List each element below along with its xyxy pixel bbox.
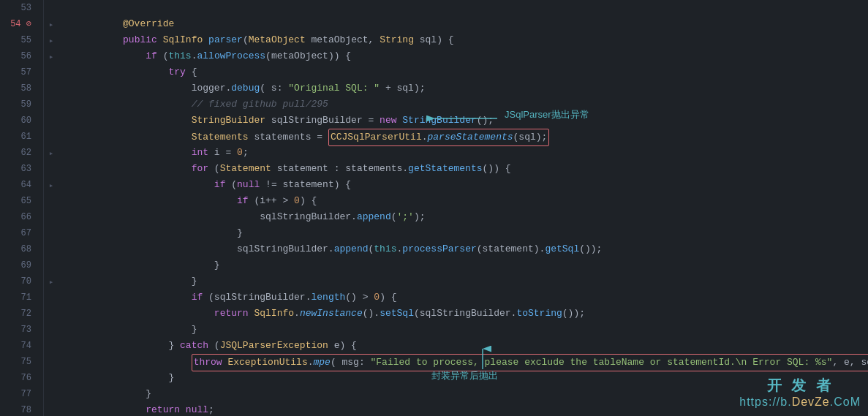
watermark-url: https://b.DevZe.CoM bbox=[739, 396, 861, 409]
code-line-61: int i = 0; bbox=[59, 129, 868, 145]
gutter-64[interactable]: ▸ bbox=[44, 177, 59, 193]
code-line-66: } bbox=[59, 209, 868, 225]
line-num-64: 64 bbox=[0, 177, 37, 193]
code-line-73: } catch (JSQLParserException e) { bbox=[59, 322, 868, 338]
code-line-57: logger.debug( s: "Original SQL: " + sql)… bbox=[59, 64, 868, 80]
code-content: @Override public SqlInfo parser(MetaObje… bbox=[59, 0, 868, 416]
line-num-70: 70 bbox=[0, 273, 37, 290]
gutter-61 bbox=[44, 129, 59, 145]
line-num-77: 77 bbox=[0, 386, 37, 402]
gutter-77 bbox=[44, 386, 59, 402]
line-num-71: 71 bbox=[0, 290, 37, 306]
line-num-56: 56 bbox=[0, 48, 37, 64]
gutter-58 bbox=[44, 80, 59, 97]
code-line-53: @Override bbox=[59, 0, 868, 16]
code-line-75: } bbox=[59, 354, 868, 370]
line-num-73: 73 bbox=[0, 322, 37, 338]
gutter-72 bbox=[44, 306, 59, 322]
gutter-53 bbox=[44, 0, 59, 16]
gutter-59 bbox=[44, 97, 59, 113]
gutter-57 bbox=[44, 64, 59, 80]
jsqlparser-label: JSqlParser抛出异常 bbox=[505, 108, 589, 121]
line-num-63: 63 bbox=[0, 161, 37, 177]
code-line-74: throw ExceptionUtils.mpe( msg: "Failed t… bbox=[59, 338, 868, 354]
line-num-58: 58 bbox=[0, 80, 37, 97]
gutter-60 bbox=[44, 113, 59, 129]
gutter-71 bbox=[44, 290, 59, 306]
gutter-56[interactable]: ▸ bbox=[44, 48, 59, 64]
code-line-56: try { bbox=[59, 48, 868, 64]
code-line-54: public SqlInfo parser(MetaObject metaObj… bbox=[59, 16, 868, 32]
gutter-62[interactable]: ▸ bbox=[44, 145, 59, 161]
line-num-53: 53 bbox=[0, 0, 37, 16]
line-num-78: 78 bbox=[0, 402, 37, 416]
line-num-66: 66 bbox=[0, 209, 37, 225]
line-num-59: 59 bbox=[0, 97, 37, 113]
line-num-55: 55 bbox=[0, 32, 37, 48]
encapsulate-label: 封装异常后抛出 bbox=[431, 369, 498, 382]
line-num-75: 75 bbox=[0, 354, 37, 370]
code-line-60: Statements statements = CCJSqlParserUtil… bbox=[59, 113, 868, 129]
gutter-65 bbox=[44, 193, 59, 209]
line-num-72: 72 bbox=[0, 306, 37, 322]
line-num-67: 67 bbox=[0, 225, 37, 241]
code-line-72: } bbox=[59, 306, 868, 322]
gutter-67 bbox=[44, 225, 59, 241]
gutter-78 bbox=[44, 402, 59, 416]
code-line-64: if (i++ > 0) { bbox=[59, 177, 868, 193]
gutter-63 bbox=[44, 161, 59, 177]
line-num-61: 61 bbox=[0, 129, 37, 145]
line-num-69: 69 bbox=[0, 257, 37, 273]
gutter-70[interactable]: ▸ bbox=[44, 273, 59, 290]
code-line-59: StringBuilder sqlStringBuilder = new Str… bbox=[59, 97, 868, 113]
line-numbers: 53 54 ⊘ 55 56 57 58 59 60 61 62 63 64 65… bbox=[0, 0, 44, 416]
code-line-71: return SqlInfo.newInstance().setSql(sqlS… bbox=[59, 290, 868, 306]
code-line-65: sqlStringBuilder.append(';'); bbox=[59, 193, 868, 209]
code-line-70: if (sqlStringBuilder.length() > 0) { bbox=[59, 273, 868, 290]
line-num-54: 54 ⊘ bbox=[0, 16, 37, 32]
code-line-63: if (null != statement) { bbox=[59, 161, 868, 177]
line-num-74: 74 bbox=[0, 338, 37, 354]
code-line-55: if (this.allowProcess(metaObject)) { bbox=[59, 32, 868, 48]
gutter-69 bbox=[44, 257, 59, 273]
line-num-60: 60 bbox=[0, 113, 37, 129]
line-num-76: 76 bbox=[0, 370, 37, 386]
gutter-54[interactable]: ▸ bbox=[44, 16, 59, 32]
gutter-74 bbox=[44, 338, 59, 354]
line-num-62: 62 bbox=[0, 145, 37, 161]
code-editor: 53 54 ⊘ 55 56 57 58 59 60 61 62 63 64 65… bbox=[0, 0, 868, 416]
code-line-68: } bbox=[59, 241, 868, 257]
code-gutter: ▸ ▸ ▸ ▸ ▸ ▸ bbox=[44, 0, 59, 416]
code-line-58: // fixed github pull/295 bbox=[59, 80, 868, 97]
code-line-62: for (Statement statement : statements.ge… bbox=[59, 145, 868, 161]
code-line-67: sqlStringBuilder.append(this.processPars… bbox=[59, 225, 868, 241]
gutter-76 bbox=[44, 370, 59, 386]
gutter-75 bbox=[44, 354, 59, 370]
gutter-66 bbox=[44, 209, 59, 225]
watermark-title: 开 发 者 bbox=[739, 376, 861, 396]
line-num-68: 68 bbox=[0, 241, 37, 257]
gutter-55[interactable]: ▸ bbox=[44, 32, 59, 48]
watermark: 开 发 者 https://b.DevZe.CoM bbox=[739, 376, 861, 409]
line-num-57: 57 bbox=[0, 64, 37, 80]
gutter-68 bbox=[44, 241, 59, 257]
line-num-65: 65 bbox=[0, 193, 37, 209]
code-line-69: } bbox=[59, 257, 868, 273]
gutter-73 bbox=[44, 322, 59, 338]
